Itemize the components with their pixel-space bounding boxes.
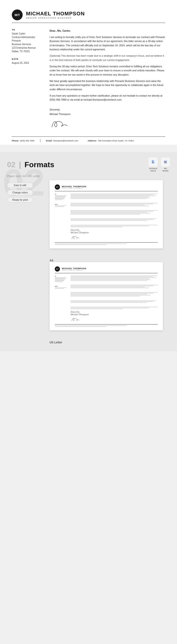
letter-para-5: If you have any questions or require fur…	[50, 94, 165, 102]
us-letter-format-card: M/T MICHAEL THOMPSON SENIOR OPERATIONS M…	[50, 262, 163, 330]
side-buttons: Easy to edit Change colors Ready for pri…	[7, 182, 33, 202]
letter-para-2: (Optional) This decision has been made d…	[50, 54, 165, 62]
mini-body-a4: TO DATE	[55, 194, 158, 240]
ms-word-button[interactable]: W MSWORD	[161, 158, 170, 172]
address-label: Address:	[88, 140, 97, 142]
footer-email: Email: thompson@oriontech.com	[46, 140, 78, 142]
mini-right-a4: Sincerely,Michael Thompson	[70, 194, 158, 240]
google-docs-label: GOODLEDOCS	[149, 168, 157, 172]
date-label: DATE	[12, 58, 42, 60]
letter-body: TO Sarah Carter Contract Administrator P…	[12, 28, 165, 130]
us-letter-card-wrapper: M/T MICHAEL THOMPSON SENIOR OPERATIONS M…	[38, 262, 163, 344]
mini-header-a4: M/T MICHAEL THOMPSON SENIOR OPERATIONS M…	[55, 184, 158, 191]
closing: Sincerely,	[50, 108, 165, 112]
mini-header-text-a4: MICHAEL THOMPSON SENIOR OPERATIONS MANAG…	[62, 186, 86, 189]
format-cards-container: M/T MICHAEL THOMPSON SENIOR OPERATIONS M…	[0, 180, 177, 351]
letter-para-1: I am writing to formally notify you of O…	[50, 35, 165, 52]
easy-edit-button[interactable]: Easy to edit	[7, 182, 33, 188]
letter-preview: M/T MICHAEL THOMPSON SENIOR OPERATIONS M…	[0, 0, 177, 145]
signature-block: Sincerely, Michael Thompson	[50, 108, 165, 130]
phone-label: Phone:	[12, 140, 19, 142]
change-colors-button[interactable]: Change colors	[7, 190, 33, 195]
mini-footer-a4	[55, 242, 158, 245]
mini-footer-us	[55, 324, 158, 327]
to-label: TO	[12, 28, 42, 31]
svg-rect-5	[152, 163, 154, 163]
formats-section: 02 02 | Formats GOODLEDOCS	[0, 152, 177, 351]
mini-header-us: M/T MICHAEL THOMPSON SENIOR OPERATIONS M…	[55, 266, 158, 273]
mini-left-us: TO DATE	[55, 276, 68, 322]
letter-left-column: TO Sarah Carter Contract Administrator P…	[12, 28, 42, 130]
footer-divider-1	[40, 139, 40, 142]
letter-salutation: Dear., Ms. Carter,	[50, 28, 165, 33]
sender-name-sig: Michael Thompson	[50, 112, 165, 116]
a4-label: A4	[50, 259, 53, 262]
email-label: Email:	[46, 140, 52, 142]
letter-para-4: We have greatly appreciated the business…	[50, 79, 165, 92]
recipient-address: Sarah Carter Contract Administrator Pinn…	[12, 32, 42, 53]
letter-date: August 25, 2024	[12, 61, 42, 65]
us-letter-mini-letter: M/T MICHAEL THOMPSON SENIOR OPERATIONS M…	[50, 262, 163, 330]
signature-image	[50, 118, 165, 130]
letter-page: M/T MICHAEL THOMPSON SENIOR OPERATIONS M…	[0, 0, 177, 136]
us-letter-label-row: US Letter	[50, 339, 163, 344]
google-docs-icon[interactable]	[149, 158, 158, 166]
a4-mini-letter: M/T MICHAEL THOMPSON SENIOR OPERATIONS M…	[50, 180, 163, 248]
letter-header: M/T MICHAEL THOMPSON SENIOR OPERATIONS M…	[12, 10, 165, 23]
svg-text:W: W	[164, 160, 167, 164]
mini-body-us: TO DATE	[55, 276, 158, 322]
mini-avatar-a4: M/T	[55, 184, 60, 190]
avatar: M/T	[12, 10, 23, 20]
a4-label-row: A4	[50, 257, 163, 262]
header-name-block: MICHAEL THOMPSON SENIOR OPERATIONS MANAG…	[26, 11, 85, 19]
mini-avatar-us: M/T	[55, 266, 60, 272]
ready-for-print-button[interactable]: Ready for print	[7, 197, 33, 202]
letter-right-column: Dear., Ms. Carter, I am writing to forma…	[50, 28, 165, 130]
email-value: thompson@oriontech.com	[53, 140, 78, 142]
svg-rect-4	[152, 162, 154, 163]
us-letter-label: US Letter	[50, 341, 62, 344]
ms-word-label: MSWORD	[162, 168, 168, 172]
letter-footer: Phone: (555) 456-7890 Email: thompson@or…	[12, 136, 165, 145]
svg-rect-3	[152, 162, 154, 162]
address-value: 789 Innovation Drive Austin, TX 73301	[98, 140, 134, 142]
ms-word-icon[interactable]: W	[161, 158, 170, 166]
section-spacer	[0, 145, 177, 152]
footer-phone: Phone: (555) 456-7890	[12, 140, 34, 142]
sender-name: MICHAEL THOMPSON	[26, 11, 85, 17]
a4-card-wrapper: M/T MICHAEL THOMPSON SENIOR OPERATIONS M…	[38, 180, 163, 262]
google-docs-button[interactable]: GOODLEDOCS	[149, 158, 158, 172]
sender-title: SENIOR OPERATIONS MANAGER	[26, 17, 85, 19]
footer-address: Address: 789 Innovation Drive Austin, TX…	[88, 140, 134, 142]
mini-right-us: Sincerely,Michael Thompson	[70, 276, 158, 322]
mini-header-text-us: MICHAEL THOMPSON SENIOR OPERATIONS MANAG…	[62, 267, 86, 271]
phone-value: (555) 456-7890	[20, 140, 35, 142]
a4-format-card: M/T MICHAEL THOMPSON SENIOR OPERATIONS M…	[50, 180, 163, 248]
format-buttons: GOODLEDOCS W MSWORD	[149, 158, 170, 172]
letter-para-3: During this 30-day notice period, Orion …	[50, 64, 165, 77]
mini-left-a4: TO DATE	[55, 194, 68, 240]
